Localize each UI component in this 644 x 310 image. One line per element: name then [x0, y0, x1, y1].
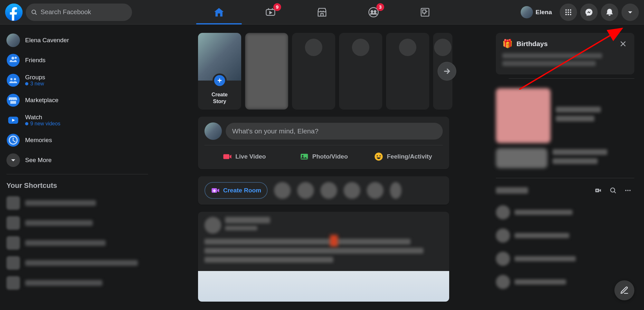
photo-icon — [299, 152, 309, 161]
sidebar-item-profile[interactable]: Elena Cavender — [3, 30, 151, 50]
nav-marketplace[interactable] — [298, 0, 346, 24]
sidebar-item-memories[interactable]: Memories — [3, 130, 151, 150]
create-room-button[interactable]: Create Room — [204, 182, 268, 199]
room-avatar[interactable] — [344, 182, 360, 199]
post-meta — [225, 217, 443, 234]
room-avatar[interactable] — [274, 182, 291, 199]
live-video-button[interactable]: Live Video — [204, 148, 284, 165]
room-avatar[interactable] — [320, 182, 337, 199]
stories-tray: + Create Story — [198, 33, 449, 110]
svg-point-5 — [371, 10, 373, 12]
birthday-text[interactable] — [502, 53, 602, 58]
nav-home[interactable] — [195, 0, 243, 24]
contacts-title — [496, 187, 528, 194]
svg-point-6 — [374, 10, 376, 12]
watch-icon — [6, 113, 20, 127]
room-avatar[interactable] — [390, 182, 402, 199]
gaming-icon — [420, 7, 431, 18]
shortcut-item[interactable] — [3, 233, 151, 253]
feed: + Create Story What's on your mind, Elen… — [198, 24, 449, 310]
room-avatar[interactable] — [297, 182, 314, 199]
main-layout: Elena Cavender Friends Groups 3 new Mark… — [0, 24, 644, 310]
room-avatar[interactable] — [367, 182, 384, 199]
search-contacts-button[interactable] — [607, 184, 620, 197]
post-image[interactable] — [198, 271, 449, 302]
shortcut-item[interactable] — [3, 253, 151, 273]
plus-icon: + — [213, 73, 227, 88]
facebook-logo[interactable] — [5, 4, 23, 21]
shortcut-item[interactable] — [3, 193, 151, 213]
new-message-button[interactable] — [614, 280, 634, 300]
notifications-button[interactable] — [601, 4, 618, 21]
profile-name: Elena — [535, 9, 552, 16]
sponsored-item[interactable] — [496, 86, 634, 146]
svg-point-36 — [627, 190, 629, 191]
post-avatar[interactable] — [204, 217, 221, 234]
smiley-icon — [374, 152, 384, 161]
shortcuts-title: Your Shortcuts — [3, 178, 151, 193]
create-story-card[interactable]: + Create Story — [198, 33, 241, 110]
contact-item[interactable] — [496, 249, 634, 268]
sidebar-label: Watch — [25, 114, 60, 121]
sponsored-text — [556, 107, 634, 125]
svg-point-28 — [375, 153, 383, 161]
messenger-button[interactable] — [580, 4, 598, 21]
sidebar-item-watch[interactable]: Watch 9 new videos — [3, 110, 151, 130]
contact-item[interactable] — [496, 226, 634, 245]
sidebar-item-marketplace[interactable]: Marketplace — [3, 90, 151, 110]
messenger-icon — [585, 8, 593, 16]
chevron-down-icon — [6, 153, 20, 167]
composer-input[interactable]: What's on your mind, Elena? — [226, 123, 443, 140]
nav-groups[interactable]: 3 — [349, 0, 398, 24]
caret-down-icon — [627, 9, 634, 16]
nav-watch[interactable]: 9 — [246, 0, 295, 24]
close-button[interactable] — [618, 39, 628, 49]
composer-top: What's on your mind, Elena? — [204, 122, 443, 140]
shortcut-thumb — [6, 196, 20, 210]
story-placeholder[interactable] — [386, 33, 429, 110]
svg-point-12 — [565, 11, 567, 13]
photo-video-button[interactable]: Photo/Video — [284, 148, 364, 165]
composer-avatar[interactable] — [204, 122, 222, 140]
birthday-text[interactable] — [502, 61, 596, 66]
post-timestamp — [225, 226, 257, 230]
svg-point-16 — [568, 14, 569, 15]
story-avatar-placeholder — [399, 39, 416, 56]
contact-item[interactable] — [496, 203, 634, 222]
shortcut-thumb — [6, 216, 20, 230]
shortcut-thumb — [6, 236, 20, 250]
shortcut-item[interactable] — [3, 273, 151, 293]
create-room-label: Create Room — [223, 187, 261, 194]
sidebar-item-see-more[interactable]: See More — [3, 150, 151, 170]
svg-point-1 — [32, 10, 36, 14]
nav-gaming[interactable] — [401, 0, 449, 24]
profile-avatar — [521, 6, 533, 18]
sidebar-item-friends[interactable]: Friends — [3, 50, 151, 70]
sidebar-item-groups[interactable]: Groups 3 new — [3, 70, 151, 90]
post-text-line — [204, 239, 411, 245]
menu-button[interactable] — [560, 4, 577, 21]
story-placeholder[interactable] — [292, 33, 335, 110]
birthdays-title: Birthdays — [516, 40, 614, 48]
feeling-activity-button[interactable]: Feeling/Activity — [363, 148, 443, 165]
friends-icon — [6, 53, 20, 67]
profile-chip[interactable]: Elena — [519, 4, 556, 20]
sponsored-text — [553, 149, 634, 167]
post-author[interactable] — [225, 217, 270, 223]
new-room-button[interactable] — [592, 184, 605, 197]
search-input[interactable] — [41, 8, 127, 16]
sponsored-item[interactable] — [496, 146, 634, 171]
contacts-options-button[interactable] — [621, 184, 634, 197]
account-button[interactable] — [621, 4, 639, 21]
shortcut-item[interactable] — [3, 213, 151, 233]
svg-point-19 — [7, 74, 20, 87]
svg-point-30 — [380, 155, 381, 157]
contact-avatar — [496, 275, 510, 289]
contact-item[interactable] — [496, 272, 634, 292]
stories-next-button[interactable] — [438, 62, 456, 81]
story-placeholder[interactable] — [339, 33, 382, 110]
contact-avatar — [496, 252, 510, 266]
sidebar-sublabel: 9 new videos — [25, 121, 60, 127]
search-bar[interactable] — [26, 4, 132, 21]
story-card[interactable] — [245, 33, 288, 110]
